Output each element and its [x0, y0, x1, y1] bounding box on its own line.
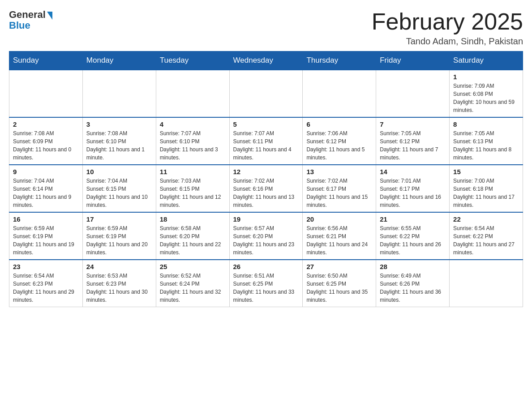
- calendar-day-cell: [156, 70, 229, 117]
- day-info: Sunrise: 7:07 AM Sunset: 6:10 PM Dayligh…: [160, 129, 226, 162]
- day-number: 6: [306, 120, 372, 128]
- day-info: Sunrise: 6:56 AM Sunset: 6:21 PM Dayligh…: [306, 224, 372, 257]
- day-info: Sunrise: 7:08 AM Sunset: 6:10 PM Dayligh…: [86, 129, 152, 162]
- calendar-day-header: Tuesday: [156, 51, 229, 70]
- day-info: Sunrise: 6:49 AM Sunset: 6:26 PM Dayligh…: [380, 272, 446, 304]
- calendar-day-cell: 17Sunrise: 6:59 AM Sunset: 6:19 PM Dayli…: [82, 212, 156, 260]
- calendar-day-cell: 16Sunrise: 6:59 AM Sunset: 6:19 PM Dayli…: [9, 212, 83, 260]
- calendar-day-cell: 1Sunrise: 7:09 AM Sunset: 6:08 PM Daylig…: [450, 70, 523, 117]
- calendar-day-cell: 18Sunrise: 6:58 AM Sunset: 6:20 PM Dayli…: [156, 212, 229, 260]
- calendar-day-cell: 4Sunrise: 7:07 AM Sunset: 6:10 PM Daylig…: [156, 117, 229, 165]
- day-info: Sunrise: 6:58 AM Sunset: 6:20 PM Dayligh…: [160, 224, 226, 257]
- day-number: 11: [160, 168, 226, 176]
- calendar-day-header: Thursday: [303, 51, 376, 70]
- calendar-header-row: SundayMondayTuesdayWednesdayThursdayFrid…: [9, 51, 523, 70]
- calendar-week-row: 9Sunrise: 7:04 AM Sunset: 6:14 PM Daylig…: [9, 165, 523, 212]
- day-number: 27: [306, 263, 372, 270]
- day-info: Sunrise: 6:50 AM Sunset: 6:25 PM Dayligh…: [306, 272, 372, 304]
- day-info: Sunrise: 7:08 AM Sunset: 6:09 PM Dayligh…: [13, 129, 79, 162]
- day-number: 19: [233, 215, 299, 223]
- day-info: Sunrise: 7:00 AM Sunset: 6:18 PM Dayligh…: [453, 177, 519, 209]
- day-number: 13: [306, 168, 372, 176]
- calendar-day-cell: 15Sunrise: 7:00 AM Sunset: 6:18 PM Dayli…: [450, 165, 523, 212]
- day-info: Sunrise: 6:51 AM Sunset: 6:25 PM Dayligh…: [233, 272, 299, 304]
- day-info: Sunrise: 7:02 AM Sunset: 6:16 PM Dayligh…: [233, 177, 299, 209]
- day-number: 2: [13, 120, 79, 128]
- day-info: Sunrise: 6:59 AM Sunset: 6:19 PM Dayligh…: [86, 224, 152, 257]
- calendar-day-cell: 10Sunrise: 7:04 AM Sunset: 6:15 PM Dayli…: [82, 165, 156, 212]
- calendar-day-cell: 24Sunrise: 6:53 AM Sunset: 6:23 PM Dayli…: [82, 260, 156, 307]
- day-number: 18: [160, 215, 226, 223]
- logo: General Blue: [9, 9, 52, 31]
- calendar-day-cell: [376, 70, 450, 117]
- day-number: 24: [86, 263, 152, 270]
- calendar-table: SundayMondayTuesdayWednesdayThursdayFrid…: [9, 51, 523, 307]
- calendar-day-cell: 22Sunrise: 6:54 AM Sunset: 6:22 PM Dayli…: [450, 212, 523, 260]
- title-block: February 2025 Tando Adam, Sindh, Pakista…: [372, 9, 523, 47]
- logo-arrow-icon: [47, 12, 52, 20]
- calendar-day-cell: 26Sunrise: 6:51 AM Sunset: 6:25 PM Dayli…: [229, 260, 303, 307]
- day-info: Sunrise: 6:54 AM Sunset: 6:22 PM Dayligh…: [453, 224, 519, 257]
- day-number: 26: [233, 263, 299, 270]
- calendar-day-header: Monday: [82, 51, 156, 70]
- calendar-day-cell: 28Sunrise: 6:49 AM Sunset: 6:26 PM Dayli…: [376, 260, 450, 307]
- day-info: Sunrise: 6:57 AM Sunset: 6:20 PM Dayligh…: [233, 224, 299, 257]
- calendar-week-row: 2Sunrise: 7:08 AM Sunset: 6:09 PM Daylig…: [9, 117, 523, 165]
- day-number: 8: [453, 120, 519, 128]
- location-text: Tando Adam, Sindh, Pakistan: [372, 36, 523, 47]
- day-info: Sunrise: 7:09 AM Sunset: 6:08 PM Dayligh…: [453, 82, 519, 114]
- day-info: Sunrise: 7:02 AM Sunset: 6:17 PM Dayligh…: [306, 177, 372, 209]
- day-number: 4: [160, 120, 226, 128]
- calendar-day-cell: 7Sunrise: 7:05 AM Sunset: 6:12 PM Daylig…: [376, 117, 450, 165]
- calendar-week-row: 1Sunrise: 7:09 AM Sunset: 6:08 PM Daylig…: [9, 70, 523, 117]
- day-info: Sunrise: 7:05 AM Sunset: 6:13 PM Dayligh…: [453, 129, 519, 162]
- day-number: 23: [13, 263, 79, 270]
- logo-general-text: General: [9, 9, 46, 21]
- calendar-day-header: Saturday: [450, 51, 523, 70]
- calendar-day-cell: 6Sunrise: 7:06 AM Sunset: 6:12 PM Daylig…: [303, 117, 376, 165]
- calendar-day-cell: 23Sunrise: 6:54 AM Sunset: 6:23 PM Dayli…: [9, 260, 83, 307]
- calendar-day-cell: 19Sunrise: 6:57 AM Sunset: 6:20 PM Dayli…: [229, 212, 303, 260]
- day-number: 22: [453, 215, 519, 223]
- day-info: Sunrise: 7:03 AM Sunset: 6:15 PM Dayligh…: [160, 177, 226, 209]
- day-info: Sunrise: 7:04 AM Sunset: 6:15 PM Dayligh…: [86, 177, 152, 209]
- day-number: 17: [86, 215, 152, 223]
- calendar-day-cell: [9, 70, 83, 117]
- day-number: 25: [160, 263, 226, 270]
- day-number: 28: [380, 263, 446, 270]
- calendar-day-header: Wednesday: [229, 51, 303, 70]
- page-header: General Blue February 2025 Tando Adam, S…: [9, 9, 523, 47]
- day-info: Sunrise: 6:52 AM Sunset: 6:24 PM Dayligh…: [160, 272, 226, 304]
- day-info: Sunrise: 6:53 AM Sunset: 6:23 PM Dayligh…: [86, 272, 152, 304]
- day-number: 15: [453, 168, 519, 176]
- day-number: 12: [233, 168, 299, 176]
- calendar-day-cell: 8Sunrise: 7:05 AM Sunset: 6:13 PM Daylig…: [450, 117, 523, 165]
- calendar-day-cell: 27Sunrise: 6:50 AM Sunset: 6:25 PM Dayli…: [303, 260, 376, 307]
- day-info: Sunrise: 6:59 AM Sunset: 6:19 PM Dayligh…: [13, 224, 79, 257]
- calendar-day-cell: [229, 70, 303, 117]
- calendar-day-cell: [450, 260, 523, 307]
- calendar-day-cell: 9Sunrise: 7:04 AM Sunset: 6:14 PM Daylig…: [9, 165, 83, 212]
- day-info: Sunrise: 7:01 AM Sunset: 6:17 PM Dayligh…: [380, 177, 446, 209]
- day-info: Sunrise: 6:55 AM Sunset: 6:22 PM Dayligh…: [380, 224, 446, 257]
- calendar-day-cell: 11Sunrise: 7:03 AM Sunset: 6:15 PM Dayli…: [156, 165, 229, 212]
- day-info: Sunrise: 7:06 AM Sunset: 6:12 PM Dayligh…: [306, 129, 372, 162]
- calendar-day-cell: 13Sunrise: 7:02 AM Sunset: 6:17 PM Dayli…: [303, 165, 376, 212]
- day-info: Sunrise: 7:05 AM Sunset: 6:12 PM Dayligh…: [380, 129, 446, 162]
- logo-blue-text: Blue: [9, 20, 30, 31]
- calendar-day-cell: 25Sunrise: 6:52 AM Sunset: 6:24 PM Dayli…: [156, 260, 229, 307]
- calendar-day-header: Friday: [376, 51, 450, 70]
- day-number: 9: [13, 168, 79, 176]
- calendar-day-cell: 3Sunrise: 7:08 AM Sunset: 6:10 PM Daylig…: [82, 117, 156, 165]
- calendar-day-cell: 12Sunrise: 7:02 AM Sunset: 6:16 PM Dayli…: [229, 165, 303, 212]
- calendar-week-row: 16Sunrise: 6:59 AM Sunset: 6:19 PM Dayli…: [9, 212, 523, 260]
- calendar-day-cell: 5Sunrise: 7:07 AM Sunset: 6:11 PM Daylig…: [229, 117, 303, 165]
- calendar-day-cell: 2Sunrise: 7:08 AM Sunset: 6:09 PM Daylig…: [9, 117, 83, 165]
- day-number: 5: [233, 120, 299, 128]
- calendar-week-row: 23Sunrise: 6:54 AM Sunset: 6:23 PM Dayli…: [9, 260, 523, 307]
- day-number: 7: [380, 120, 446, 128]
- day-number: 1: [453, 73, 519, 81]
- calendar-day-cell: 14Sunrise: 7:01 AM Sunset: 6:17 PM Dayli…: [376, 165, 450, 212]
- calendar-day-header: Sunday: [9, 51, 83, 70]
- day-number: 14: [380, 168, 446, 176]
